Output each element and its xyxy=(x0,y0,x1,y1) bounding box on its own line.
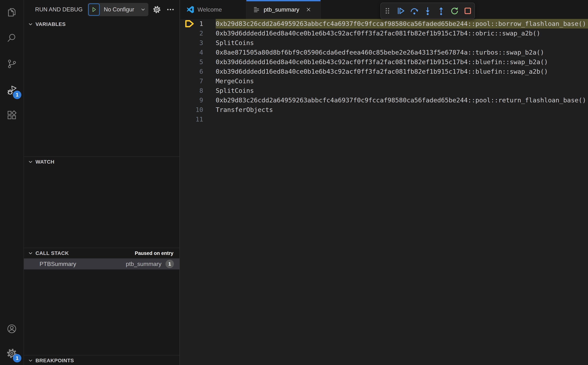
line-number[interactable]: 4 xyxy=(180,49,203,56)
line-text[interactable]: 0xb39d6dddedd16ed8a40ce0b1e6b43c92acf0ff… xyxy=(216,67,588,76)
code-line: 1 0xb29d83c26cdd2a64959263abbcfc4a6937f0… xyxy=(180,19,588,28)
code-line: 10 TransferObjects xyxy=(180,105,588,114)
tab-label: ptb_summary xyxy=(264,6,299,13)
code-line: 2 0xb39d6dddedd16ed8a40ce0b1e6b43c92acf0… xyxy=(180,28,588,38)
tab-label: Welcome xyxy=(198,6,222,13)
line-number[interactable]: 2 xyxy=(180,30,203,37)
debug-toolbar xyxy=(380,3,475,19)
activity-bar: 1 1 xyxy=(0,0,24,365)
chevron-down-icon xyxy=(28,159,33,165)
line-text[interactable]: 0xb29d83c26cdd2a64959263abbcfc4a6937f0c9… xyxy=(216,19,588,28)
line-text[interactable]: TransferObjects xyxy=(216,105,588,114)
tab-ptb-summary[interactable]: ptb_summary xyxy=(246,0,321,19)
launch-config-dropdown[interactable]: No Configur xyxy=(100,6,140,13)
file-list-icon xyxy=(253,6,260,14)
step-into-button[interactable] xyxy=(422,3,433,18)
line-number[interactable]: 8 xyxy=(180,87,203,94)
line-number[interactable]: 3 xyxy=(180,39,203,47)
chevron-down-icon xyxy=(28,21,33,27)
variables-section-header[interactable]: VARIABLES xyxy=(24,19,179,29)
launch-config-control: No Configur xyxy=(88,3,148,16)
code-line: 4 0x8ae871505a80d8bf6bf9c05906cda6edfeea… xyxy=(180,48,588,57)
call-stack-section-header[interactable]: CALL STACK Paused on entry xyxy=(24,248,179,258)
chevron-down-icon xyxy=(28,251,33,256)
sidebar-header: RUN AND DEBUG No Configur xyxy=(24,0,179,19)
line-text[interactable]: SplitCoins xyxy=(216,38,588,48)
restart-button[interactable] xyxy=(449,3,460,18)
line-text[interactable]: SplitCoins xyxy=(216,86,588,95)
line-number[interactable]: 11 xyxy=(180,116,203,123)
line-number[interactable]: 7 xyxy=(180,77,203,85)
editor-group: Welcome ptb_summary xyxy=(180,0,588,365)
debug-current-line-pointer-icon xyxy=(184,20,195,28)
breakpoints-section-header[interactable]: BREAKPOINTS xyxy=(24,355,179,365)
call-stack-label: CALL STACK xyxy=(35,250,69,256)
line-number[interactable]: 6 xyxy=(180,68,203,75)
vscode-logo-icon xyxy=(186,6,194,14)
stop-button[interactable] xyxy=(462,3,474,18)
settings-badge: 1 xyxy=(13,354,21,362)
breakpoints-label: BREAKPOINTS xyxy=(35,358,74,364)
step-over-button[interactable] xyxy=(409,3,420,18)
extensions-icon[interactable] xyxy=(0,105,23,125)
variables-section: VARIABLES xyxy=(24,19,179,156)
sidebar-title: RUN AND DEBUG xyxy=(35,6,83,13)
call-stack-section: CALL STACK Paused on entry PTBSummary pt… xyxy=(24,248,179,355)
code-line: 6 0xb39d6dddedd16ed8a40ce0b1e6b43c92acf0… xyxy=(180,67,588,76)
views-more-actions-icon[interactable] xyxy=(166,5,175,14)
close-tab-icon[interactable] xyxy=(305,7,312,13)
call-stack-frame-row[interactable]: PTBSummary ptb_summary 1 xyxy=(24,258,179,269)
source-control-icon[interactable] xyxy=(0,54,23,74)
watch-section: WATCH xyxy=(24,156,179,248)
frame-name: PTBSummary xyxy=(40,261,76,267)
vscode-window: 1 1 RUN AND DEBUG xyxy=(0,0,588,365)
breakpoints-section: BREAKPOINTS xyxy=(24,355,179,365)
chevron-down-icon xyxy=(28,358,33,363)
continue-button[interactable] xyxy=(395,3,406,18)
paused-status-text: Paused on entry xyxy=(135,251,173,256)
run-and-debug-icon[interactable]: 1 xyxy=(0,80,23,100)
debug-settings-gear-icon[interactable] xyxy=(153,6,161,14)
settings-gear-icon[interactable]: 1 xyxy=(0,343,23,364)
code-line: 8 SplitCoins xyxy=(180,86,588,95)
code-editor[interactable]: 1 0xb29d83c26cdd2a64959263abbcfc4a6937f0… xyxy=(180,19,588,124)
line-text[interactable]: MergeCoins xyxy=(216,76,588,86)
code-line: 9 0xb29d83c26cdd2a64959263abbcfc4a6937f0… xyxy=(180,95,588,105)
search-icon[interactable] xyxy=(0,28,23,48)
variables-label: VARIABLES xyxy=(35,21,66,27)
watch-section-header[interactable]: WATCH xyxy=(24,157,179,167)
line-number[interactable]: 5 xyxy=(180,58,203,66)
watch-label: WATCH xyxy=(35,159,54,165)
code-line: 3 SplitCoins xyxy=(180,38,588,48)
account-icon[interactable] xyxy=(0,319,23,339)
chevron-down-icon[interactable] xyxy=(140,7,148,12)
line-text[interactable]: 0x8ae871505a80d8bf6bf9c05906cda6edfeea46… xyxy=(216,48,588,57)
code-line: 7 MergeCoins xyxy=(180,76,588,86)
start-debugging-button[interactable] xyxy=(88,3,100,16)
tab-welcome[interactable]: Welcome xyxy=(180,0,246,19)
line-number[interactable]: 10 xyxy=(180,106,203,113)
call-stack-list: PTBSummary ptb_summary 1 xyxy=(24,258,179,269)
step-out-button[interactable] xyxy=(435,3,447,18)
debug-badge: 1 xyxy=(13,91,21,99)
run-and-debug-sidebar: RUN AND DEBUG No Configur xyxy=(24,0,180,365)
line-text[interactable] xyxy=(216,114,588,124)
explorer-icon[interactable] xyxy=(0,2,23,22)
code-line: 5 0xb39d6dddedd16ed8a40ce0b1e6b43c92acf0… xyxy=(180,57,588,67)
frame-count-badge: 1 xyxy=(165,260,174,268)
line-text[interactable]: 0xb39d6dddedd16ed8a40ce0b1e6b43c92acf0ff… xyxy=(216,57,588,67)
line-text[interactable]: 0xb29d83c26cdd2a64959263abbcfc4a6937f0c9… xyxy=(216,95,588,105)
code-line: 11 xyxy=(180,114,588,124)
toolbar-drag-handle[interactable] xyxy=(382,3,393,18)
line-number[interactable]: 9 xyxy=(180,97,203,104)
line-text[interactable]: 0xb39d6dddedd16ed8a40ce0b1e6b43c92acf0ff… xyxy=(216,28,588,38)
frame-file: ptb_summary xyxy=(126,261,162,267)
